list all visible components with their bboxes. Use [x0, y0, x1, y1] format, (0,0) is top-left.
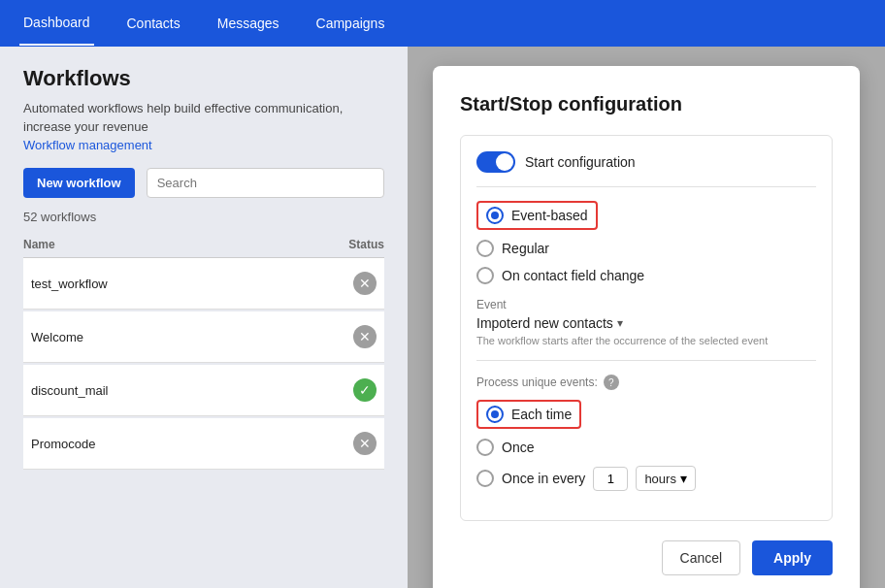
right-panel: Start/Stop configuration Start configura…	[408, 47, 885, 588]
regular-label: Regular	[502, 241, 549, 256]
new-workflow-button[interactable]: New workflow	[23, 168, 135, 198]
process-once-every-item[interactable]: Once in every hours ▾	[476, 466, 816, 491]
workflow-name: discount_mail	[31, 383, 109, 398]
hours-dropdown[interactable]: hours ▾	[636, 466, 696, 491]
radio-regular[interactable]	[476, 240, 494, 257]
hours-select-text: hours	[644, 472, 676, 486]
radio-once-every[interactable]	[476, 470, 494, 487]
col-name: Name	[23, 238, 55, 251]
table-header: Name Status	[23, 232, 384, 258]
nav-messages[interactable]: Messages	[213, 2, 283, 45]
process-label-row: Process unique events: ?	[476, 375, 816, 390]
contact-field-label: On contact field change	[502, 268, 644, 283]
event-hint: The workflow starts after the occurrence…	[476, 335, 816, 346]
process-unique-group: Each time Once Once in every hours	[476, 400, 816, 491]
start-config-toggle[interactable]	[476, 151, 515, 173]
modal-footer: Cancel Apply	[460, 540, 833, 575]
table-row[interactable]: Promocode ✕	[23, 418, 384, 470]
each-time-highlight: Each time	[476, 400, 581, 429]
trigger-type-group: Event-based Regular On contact field cha…	[476, 201, 816, 284]
divider	[476, 360, 816, 361]
workflow-name: test_workflow	[31, 277, 108, 291]
nav-contacts[interactable]: Contacts	[123, 2, 184, 45]
event-based-highlight: Event-based	[476, 201, 598, 230]
status-icon-inactive: ✕	[353, 432, 377, 455]
help-icon[interactable]: ?	[604, 375, 619, 390]
top-nav: Dashboard Contacts Messages Campaigns	[0, 0, 885, 47]
process-once-item[interactable]: Once	[476, 439, 816, 456]
process-each-time-item[interactable]: Each time	[476, 400, 816, 429]
main-layout: Workflows Automated workflows help build…	[0, 47, 885, 588]
modal-title: Start/Stop configuration	[460, 93, 833, 115]
process-label: Process unique events:	[476, 376, 598, 389]
toolbar: New workflow	[23, 168, 384, 198]
cancel-button[interactable]: Cancel	[662, 540, 741, 575]
trigger-regular-item[interactable]: Regular	[476, 240, 816, 257]
radio-each-time[interactable]	[486, 406, 504, 423]
status-icon-active: ✓	[353, 378, 377, 402]
once-every-controls: hours ▾	[593, 466, 696, 491]
page-description2: increase your revenue	[23, 119, 384, 134]
config-section: Start configuration Event-based R	[460, 135, 833, 521]
event-select-text: Impoterd new contacts	[476, 315, 613, 331]
radio-contact-field[interactable]	[476, 267, 494, 284]
event-field-label: Event	[476, 298, 816, 311]
page-title: Workflows	[23, 66, 384, 91]
table-row[interactable]: test_workflow ✕	[23, 258, 384, 310]
nav-campaigns[interactable]: Campaigns	[312, 2, 389, 45]
once-label: Once	[502, 440, 534, 455]
page-description: Automated workflows help build effective…	[23, 101, 384, 115]
workflow-name: Promocode	[31, 437, 95, 451]
trigger-event-based-item[interactable]: Event-based	[476, 201, 816, 230]
left-panel: Workflows Automated workflows help build…	[0, 47, 408, 588]
status-icon-inactive: ✕	[353, 272, 377, 295]
workflow-management-link[interactable]: Workflow management	[23, 138, 384, 152]
radio-event-based[interactable]	[486, 207, 504, 224]
workflow-list: test_workflow ✕ Welcome ✕ discount_mail …	[23, 258, 384, 470]
search-input[interactable]	[147, 168, 384, 198]
table-row[interactable]: discount_mail ✓	[23, 365, 384, 416]
once-every-label: Once in every	[502, 471, 585, 486]
once-every-input[interactable]	[593, 467, 628, 491]
nav-dashboard[interactable]: Dashboard	[19, 1, 94, 46]
status-icon-inactive: ✕	[353, 325, 377, 348]
hours-chevron-icon: ▾	[680, 471, 687, 486]
trigger-contact-field-item[interactable]: On contact field change	[476, 267, 816, 284]
toggle-label: Start configuration	[525, 154, 636, 170]
workflow-name: Welcome	[31, 330, 83, 344]
event-select-dropdown[interactable]: Impoterd new contacts ▾	[476, 315, 816, 331]
start-config-toggle-row: Start configuration	[476, 151, 816, 187]
event-based-label: Event-based	[511, 208, 588, 223]
apply-button[interactable]: Apply	[752, 540, 833, 575]
chevron-down-icon: ▾	[617, 316, 623, 330]
workflow-count: 52 workflows	[23, 210, 384, 224]
table-row[interactable]: Welcome ✕	[23, 311, 384, 363]
modal: Start/Stop configuration Start configura…	[433, 66, 860, 588]
radio-once[interactable]	[476, 439, 494, 456]
col-status: Status	[348, 238, 384, 251]
each-time-label: Each time	[511, 407, 572, 422]
